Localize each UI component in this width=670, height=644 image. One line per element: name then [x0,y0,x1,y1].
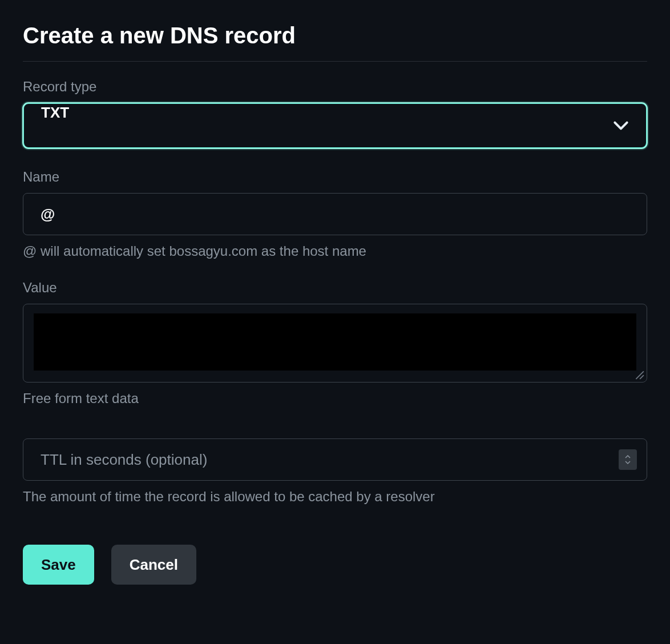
record-type-select[interactable]: TXT [23,103,647,148]
value-group: Value Free form text data [23,280,647,406]
name-input[interactable] [23,193,647,235]
record-type-value: TXT [41,104,69,121]
stepper-down-icon [624,460,631,465]
name-label: Name [23,169,647,185]
value-label: Value [23,280,647,296]
dns-record-form: Create a new DNS record Record type TXT … [23,23,647,585]
record-type-select-wrapper: TXT [23,103,647,148]
name-group: Name @ will automatically set bossagyu.c… [23,169,647,259]
value-hint: Free form text data [23,391,647,406]
ttl-group: The amount of time the record is allowed… [23,438,647,505]
value-textarea[interactable] [34,313,636,371]
save-button[interactable]: Save [23,545,94,585]
value-textarea-wrapper [23,304,647,383]
svg-line-1 [640,375,644,379]
cancel-button[interactable]: Cancel [111,545,196,585]
record-type-label: Record type [23,79,647,95]
svg-line-0 [636,371,644,379]
ttl-hint: The amount of time the record is allowed… [23,489,647,505]
ttl-input-wrapper [23,438,647,481]
name-hint: @ will automatically set bossagyu.com as… [23,243,647,259]
ttl-input[interactable] [23,438,647,481]
resize-handle-icon [634,369,644,380]
record-type-group: Record type TXT [23,79,647,148]
ttl-stepper[interactable] [619,449,637,470]
divider [23,61,647,62]
page-title: Create a new DNS record [23,23,647,49]
stepper-up-icon [624,454,631,459]
button-row: Save Cancel [23,545,647,585]
